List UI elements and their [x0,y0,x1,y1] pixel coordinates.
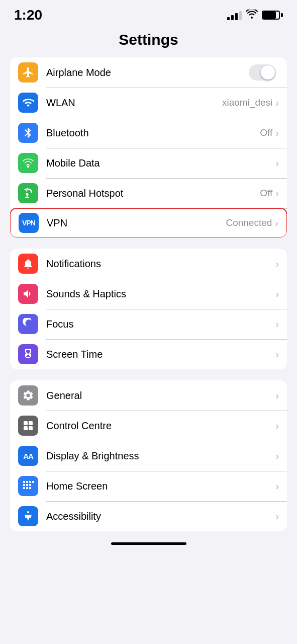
svg-rect-14 [29,487,31,489]
sounds-haptics-chevron: › [275,288,279,300]
vpn-icon: VPN [19,213,39,233]
focus-row[interactable]: Focus › [10,309,287,339]
control-centre-row[interactable]: Control Centre › [10,411,287,441]
airplane-mode-toggle[interactable] [249,64,276,80]
display-brightness-chevron: › [275,450,279,462]
wlan-icon [18,93,38,113]
vpn-value: Connected [226,217,272,228]
sounds-haptics-icon [18,284,38,304]
svg-point-16 [27,511,29,513]
personal-hotspot-icon [18,183,38,203]
wlan-row[interactable]: WLAN xiaomi_desi › [10,88,287,118]
airplane-mode-icon [18,62,38,83]
general-row[interactable]: General › [10,380,287,411]
display-brightness-row[interactable]: AA Display & Brightness › [10,441,287,471]
accessibility-icon [18,506,38,526]
bluetooth-value: Off [260,127,272,138]
wlan-value: xiaomi_desi [222,97,272,108]
control-centre-chevron: › [275,420,279,432]
bluetooth-icon [18,123,38,143]
home-screen-icon [18,476,38,496]
svg-rect-6 [23,481,25,483]
screen-time-chevron: › [275,349,279,360]
mobile-data-chevron: › [275,157,279,169]
display-brightness-label: Display & Brightness [46,450,275,462]
sounds-haptics-label: Sounds & Haptics [46,288,275,300]
svg-rect-11 [29,484,31,486]
general-chevron: › [275,390,279,401]
accessibility-chevron: › [275,511,279,522]
general-icon [18,385,38,406]
personal-hotspot-label: Personal Hotspot [46,188,260,199]
notifications-chevron: › [275,258,279,270]
general-group: General › Control Centre › AA Display & … [10,380,287,531]
screen-time-row[interactable]: Screen Time › [10,339,287,369]
airplane-mode-label: Airplane Mode [46,67,249,78]
status-time: 1:20 [14,7,42,23]
bluetooth-label: Bluetooth [46,127,260,139]
screen-time-label: Screen Time [46,349,275,360]
focus-icon [18,314,38,334]
home-screen-label: Home Screen [46,480,275,492]
svg-rect-5 [29,426,33,430]
status-icons [227,9,283,22]
vpn-row[interactable]: VPN VPN Connected › [10,208,287,237]
personal-hotspot-chevron: › [275,188,279,199]
notifications-icon [18,254,38,274]
wlan-chevron: › [275,97,279,109]
svg-rect-4 [24,426,28,430]
mobile-data-row[interactable]: Mobile Data › [10,148,287,178]
sounds-haptics-row[interactable]: Sounds & Haptics › [10,279,287,309]
home-indicator [111,542,186,545]
airplane-mode-row[interactable]: Airplane Mode [10,57,287,88]
mobile-data-icon [18,153,38,173]
svg-rect-12 [23,487,25,489]
control-centre-label: Control Centre [46,420,275,432]
notifications-group: Notifications › Sounds & Haptics › Focus… [10,249,287,369]
svg-rect-13 [26,487,28,489]
svg-rect-7 [26,481,28,483]
svg-rect-8 [29,481,31,483]
page-title: Settings [0,26,297,57]
vpn-chevron: › [275,217,278,229]
status-bar: 1:20 [0,0,297,26]
wifi-status-icon [246,9,258,22]
focus-label: Focus [46,318,275,330]
signal-icon [227,10,242,20]
display-brightness-icon: AA [18,446,38,466]
general-label: General [46,390,275,401]
bluetooth-row[interactable]: Bluetooth Off › [10,118,287,148]
notifications-row[interactable]: Notifications › [10,249,287,279]
personal-hotspot-value: Off [260,188,272,199]
bluetooth-chevron: › [275,127,279,139]
svg-rect-2 [24,421,28,425]
battery-icon [262,11,283,20]
home-screen-chevron: › [275,480,279,492]
home-screen-row[interactable]: Home Screen › [10,471,287,501]
svg-rect-3 [29,421,33,425]
screen-time-icon [18,344,38,364]
mobile-data-label: Mobile Data [46,157,275,169]
connectivity-group: Airplane Mode WLAN xiaomi_desi › Bluetoo… [10,57,287,237]
svg-point-0 [27,166,29,168]
notifications-label: Notifications [46,258,275,270]
control-centre-icon [18,416,38,436]
svg-rect-9 [23,484,25,486]
accessibility-row[interactable]: Accessibility › [10,501,287,531]
personal-hotspot-row[interactable]: Personal Hotspot Off › [10,178,287,208]
svg-rect-10 [26,484,28,486]
vpn-label: VPN [47,217,226,229]
accessibility-label: Accessibility [46,511,275,522]
focus-chevron: › [275,318,279,330]
wlan-label: WLAN [46,97,222,109]
svg-rect-15 [32,481,34,483]
